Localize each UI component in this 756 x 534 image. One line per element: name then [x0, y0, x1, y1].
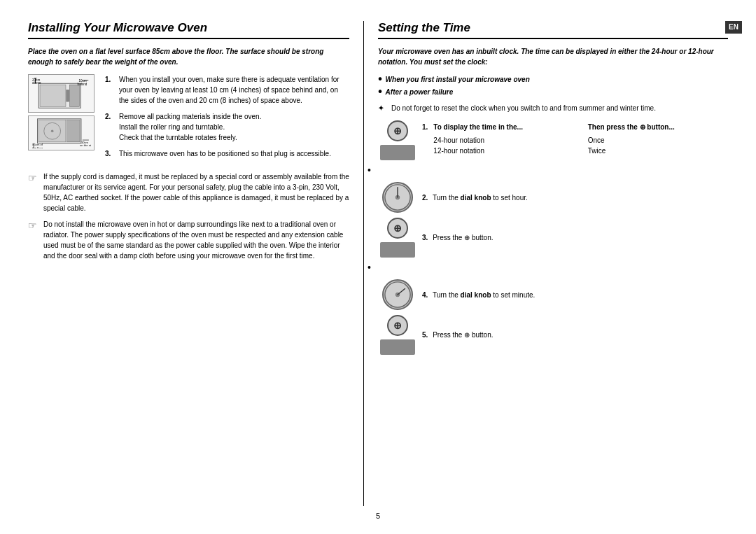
step4-text: Turn the dial knob to set minute. — [433, 291, 535, 299]
control-btn-3 — [380, 242, 415, 258]
step1-data-24: 24-hour notation Once — [433, 135, 728, 146]
dial-svg-2 — [384, 183, 412, 212]
clock-note-text: Do not forget to reset the clock when yo… — [391, 103, 656, 113]
note-1: ☞ If the supply cord is damaged, it must… — [28, 171, 349, 213]
time-steps: ⊕ 1. To display the time in the... Then … — [378, 120, 728, 355]
step5-image: ⊕ — [378, 315, 416, 355]
step1-header-right: Then press the ⊕ button... — [588, 122, 728, 132]
step1-data-left-12: 12-hour notation — [433, 146, 573, 156]
clock-note-icon: ✦ — [378, 103, 388, 113]
time-step-row-5: ⊕ 5. Press the ⊕ button. — [378, 315, 728, 355]
svg-point-15 — [51, 129, 54, 132]
note-1-content: If the supply cord is damaged, it must b… — [43, 171, 349, 213]
bullet-1-dot: • — [378, 73, 382, 85]
step-3: 3. This microwave oven has to be positio… — [105, 148, 349, 159]
step-1-num: 1. — [105, 74, 115, 106]
oven-svg: 20cm above 10cm behind — [31, 77, 91, 111]
step1-data-left-24: 24-hour notation — [433, 135, 573, 146]
bullet-2-dot: • — [378, 86, 382, 97]
step-2-content: Remove all packing materials inside the … — [119, 111, 349, 143]
step-1-content: When you install your oven, make sure th… — [119, 74, 349, 106]
svg-text:the floor: the floor — [32, 146, 43, 148]
page: Installing Your Microwave Oven Place the… — [0, 0, 756, 534]
right-intro: Your microwave oven has an inbuilt clock… — [378, 46, 728, 67]
step5-content: 5. Press the ⊕ button. — [422, 330, 728, 340]
en-badge: EN — [725, 21, 742, 34]
turntable-svg: 85cm of the floor 10cm on the side — [31, 118, 91, 148]
step3-content: 3. Press the ⊕ button. — [422, 232, 728, 243]
step5-img-combined: ⊕ — [380, 315, 415, 355]
svg-text:behind: behind — [78, 83, 88, 86]
time-step-row-4: 4. Turn the dial knob to set minute. — [378, 277, 728, 312]
dial-icon-4 — [382, 279, 413, 310]
install-diagram: 20cm above 10cm behind — [28, 74, 98, 164]
step1-data-12: 12-hour notation Twice — [433, 146, 728, 156]
step4-image — [378, 279, 416, 310]
page-number: 5 — [28, 512, 728, 520]
right-column: EN Setting the Time Your microwave oven … — [364, 21, 728, 506]
bullet-list: • When you first install your microwave … — [378, 74, 728, 97]
right-title: Setting the Time — [378, 21, 728, 39]
dial-svg-4 — [384, 280, 412, 309]
left-column: Installing Your Microwave Oven Place the… — [28, 21, 364, 506]
step2-num: 2. — [422, 194, 428, 202]
bullet-2: • After a power failure — [378, 87, 728, 97]
bullet-1: • When you first install your microwave … — [378, 74, 728, 85]
note-2-icon: ☞ — [28, 218, 39, 261]
step4-content: 4. Turn the dial knob to set minute. — [422, 290, 728, 300]
control-btn-5 — [380, 339, 415, 355]
step1-header-left: To display the time in the... — [433, 122, 573, 132]
svg-rect-3 — [70, 85, 80, 106]
time-step-row-3: ⊕ 3. Press the ⊕ button. — [378, 218, 728, 258]
step2-text: Turn the dial knob to set hour. — [433, 194, 528, 202]
note-2-content: Do not install the microwave oven in hot… — [43, 219, 349, 261]
plus-button-icon-5: ⊕ — [387, 315, 408, 336]
step1-content: 1. To display the time in the... Then pr… — [422, 122, 728, 159]
step3-img-combined: ⊕ — [380, 218, 415, 258]
svg-text:on the side: on the side — [80, 143, 91, 147]
step-3-num: 3. — [105, 148, 115, 159]
step2-content: 2. Turn the dial knob to set hour. — [422, 192, 728, 203]
step3-image: ⊕ — [378, 218, 416, 258]
svg-rect-1 — [40, 85, 66, 106]
plus-button-icon-1: ⊕ — [387, 120, 408, 141]
step1-data-right-24: Once — [588, 135, 728, 146]
step-3-content: This microwave oven has to be positioned… — [119, 148, 349, 159]
time-step-row-1: ⊕ 1. To display the time in the... Then … — [378, 120, 728, 160]
mid-bullet: • — [368, 164, 371, 176]
note-1-icon: ☞ — [28, 171, 39, 213]
step1-num: 1. — [422, 122, 428, 156]
step-1: 1. When you install your oven, make sure… — [105, 74, 349, 106]
time-step-row-2: 2. Turn the dial knob to set hour. — [378, 180, 728, 215]
svg-text:above: above — [32, 81, 41, 85]
step3-num: 3. — [422, 234, 428, 241]
svg-rect-16 — [67, 120, 80, 142]
step-2: 2. Remove all packing materials inside t… — [105, 111, 349, 143]
install-top: 20cm above 10cm behind — [28, 74, 349, 164]
step1-img-combined: ⊕ — [380, 120, 415, 160]
left-intro: Place the oven on a flat level surface 8… — [28, 46, 349, 67]
oven-diagram: 20cm above 10cm behind — [28, 74, 94, 113]
note-2: ☞ Do not install the microwave oven in h… — [28, 219, 349, 261]
turntable-diagram: 85cm of the floor 10cm on the side — [28, 115, 94, 150]
plus-button-icon-3: ⊕ — [387, 218, 408, 239]
mid-bullet-2: • — [368, 262, 371, 273]
control-btn-1 — [380, 145, 415, 160]
bullet-2-text: After a power failure — [386, 87, 454, 97]
step1-header: To display the time in the... Then press… — [433, 122, 728, 132]
bullet-1-text: When you first install your microwave ov… — [386, 74, 530, 85]
step2-image — [378, 182, 416, 213]
step1-data-right-12: Twice — [588, 146, 728, 156]
step1-image: ⊕ — [378, 120, 416, 160]
step4-num: 4. — [422, 291, 428, 299]
step5-num: 5. — [422, 331, 428, 339]
install-steps: 1. When you install your oven, make sure… — [105, 74, 349, 164]
step3-text: Press the ⊕ button. — [433, 234, 493, 241]
left-title: Installing Your Microwave Oven — [28, 21, 349, 39]
svg-rect-2 — [66, 90, 69, 101]
clock-note: ✦ Do not forget to reset the clock when … — [378, 103, 728, 113]
step-2-num: 2. — [105, 111, 115, 143]
step5-text: Press the ⊕ button. — [433, 331, 493, 339]
dial-icon-2 — [382, 182, 413, 213]
